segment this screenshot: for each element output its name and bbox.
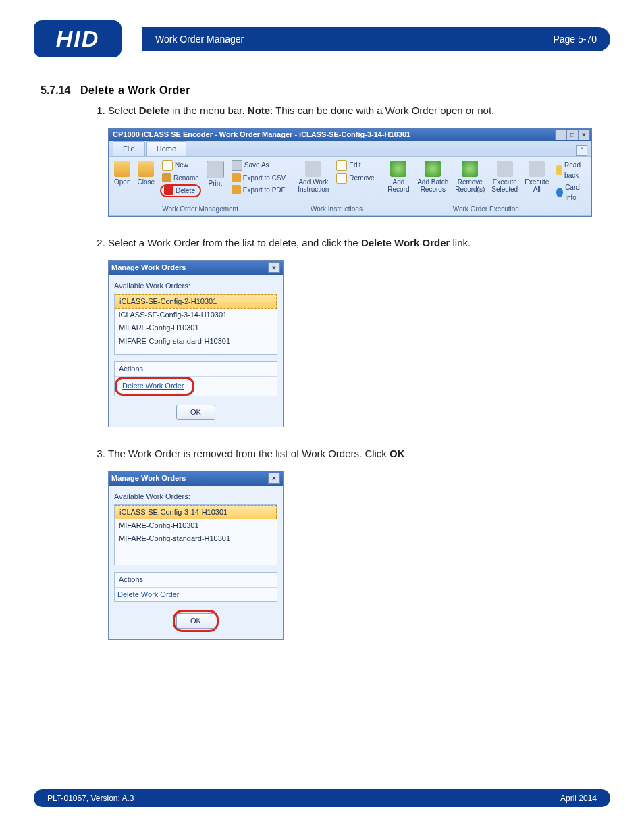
- list-item[interactable]: MIFARE-Config-standard-H10301: [115, 335, 277, 348]
- list-item[interactable]: iCLASS-SE-Config-3-14-H10301: [115, 505, 277, 519]
- list-item[interactable]: MIFARE-Config-H10301: [115, 519, 277, 533]
- ok-button[interactable]: OK: [176, 613, 215, 629]
- minimize-button[interactable]: _: [555, 130, 567, 140]
- delete-button[interactable]: Delete: [160, 184, 201, 197]
- group-wo-management: Work Order Management: [113, 203, 288, 215]
- manage-work-orders-dialog-2: Manage Work Orders × Available Work Orde…: [108, 471, 284, 640]
- list-item[interactable]: iCLASS-SE-Config-2-H10301: [115, 294, 277, 309]
- group-work-instructions: Work Instructions: [296, 203, 376, 215]
- remove-records-button[interactable]: Remove Record(s): [454, 159, 486, 194]
- delete-work-order-link[interactable]: Delete Work Order: [122, 380, 184, 392]
- step-2: Select a Work Order from the list to del…: [108, 236, 610, 427]
- dialog-title: Manage Work Orders: [111, 262, 186, 273]
- read-back-button[interactable]: Read back: [554, 159, 587, 181]
- close-button[interactable]: ×: [578, 130, 590, 140]
- work-order-list[interactable]: iCLASS-SE-Config-3-14-H10301 MIFARE-Conf…: [114, 504, 277, 565]
- export-pdf-button[interactable]: Export to PDF: [230, 184, 288, 196]
- ribbon-screenshot: CP1000 iCLASS SE Encoder - Work Order Ma…: [108, 128, 592, 217]
- header-bar: Work Order Manager Page 5-70: [142, 27, 610, 51]
- window-title: CP1000 iCLASS SE Encoder - Work Order Ma…: [113, 129, 410, 140]
- section-number: 5.7.14: [41, 84, 70, 96]
- dialog-close-button[interactable]: ×: [268, 262, 280, 273]
- open-button[interactable]: Open: [113, 159, 132, 187]
- header-page: Page 5-70: [553, 34, 597, 45]
- manage-work-orders-dialog-1: Manage Work Orders × Available Work Orde…: [108, 260, 284, 427]
- add-record-button[interactable]: Add Record: [385, 159, 412, 194]
- delete-work-order-link[interactable]: Delete Work Order: [117, 589, 180, 600]
- list-item[interactable]: MIFARE-Config-H10301: [115, 321, 277, 335]
- export-csv-button[interactable]: Export to CSV: [230, 172, 288, 184]
- footer-date: April 2014: [560, 793, 597, 803]
- available-label: Available Work Orders:: [114, 280, 277, 292]
- step-3: The Work Order is removed from the list …: [108, 446, 610, 640]
- header-title: Work Order Manager: [155, 34, 244, 45]
- dialog-close-button[interactable]: ×: [268, 473, 280, 484]
- section-title: Delete a Work Order: [80, 84, 190, 96]
- group-wo-execution: Work Order Execution: [385, 203, 587, 215]
- available-label: Available Work Orders:: [114, 491, 277, 502]
- dialog-title: Manage Work Orders: [111, 473, 186, 484]
- list-item[interactable]: iCLASS-SE-Config-3-14-H10301: [115, 309, 277, 322]
- actions-label: Actions: [115, 362, 277, 377]
- execute-selected-button[interactable]: Execute Selected: [490, 159, 519, 194]
- ok-button[interactable]: OK: [176, 405, 215, 420]
- tab-home[interactable]: Home: [146, 141, 186, 156]
- footer-bar: PLT-01067, Version: A.3 April 2014: [34, 789, 610, 807]
- maximize-button[interactable]: □: [566, 130, 579, 140]
- step-1: Select Delete in the menu bar. Note: Thi…: [108, 103, 610, 217]
- hid-logo: HID: [34, 20, 122, 57]
- close-wo-button[interactable]: Close: [136, 159, 156, 187]
- actions-label: Actions: [115, 573, 277, 588]
- tab-file[interactable]: File: [113, 141, 145, 156]
- work-order-list[interactable]: iCLASS-SE-Config-2-H10301 iCLASS-SE-Conf…: [114, 294, 277, 355]
- edit-button[interactable]: Edit: [334, 159, 376, 172]
- footer-doc-id: PLT-01067, Version: A.3: [47, 793, 134, 803]
- rename-button[interactable]: Rename: [160, 172, 201, 184]
- add-work-instruction-button[interactable]: Add Work Instruction: [296, 159, 330, 194]
- card-info-button[interactable]: Card Info: [554, 182, 587, 203]
- add-batch-records-button[interactable]: Add Batch Records: [416, 159, 450, 194]
- remove-button[interactable]: Remove: [334, 172, 376, 184]
- execute-all-button[interactable]: Execute All: [523, 159, 550, 194]
- collapse-ribbon-icon[interactable]: ⌃: [576, 145, 587, 156]
- list-item[interactable]: MIFARE-Config-standard-H10301: [115, 532, 277, 546]
- new-button[interactable]: New: [160, 159, 201, 172]
- print-button[interactable]: Print: [205, 159, 225, 188]
- save-as-button[interactable]: Save As: [230, 159, 288, 172]
